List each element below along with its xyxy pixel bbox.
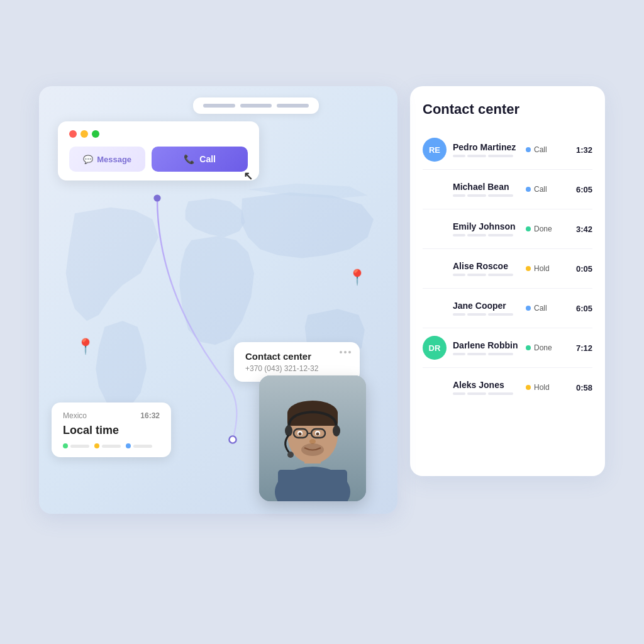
status-dot — [526, 306, 531, 311]
local-time-card: Mexico 16:32 Local time — [52, 402, 171, 457]
main-container: 💬 Message 📞 Call ↖ — [39, 86, 605, 558]
dot-menu-3 — [348, 351, 351, 353]
status-dot — [526, 345, 531, 350]
window-dots — [69, 130, 248, 138]
subline — [453, 155, 465, 157]
contact-sublines — [453, 155, 519, 157]
local-time-label: Local time — [63, 424, 160, 437]
status-label: Done — [534, 343, 552, 352]
action-buttons: 💬 Message 📞 Call ↖ — [69, 147, 248, 172]
contact-time: 6:05 — [570, 304, 592, 313]
contact-item[interactable]: Emily JohnsonDone3:42 — [423, 209, 592, 249]
contact-panel: Contact center REPedro MartinezCall1:32M… — [410, 86, 605, 476]
traffic-line-3 — [277, 104, 309, 108]
contact-sublines — [453, 194, 519, 197]
contact-info: Aleks Jones — [453, 380, 519, 395]
cursor-arrow: ↖ — [243, 169, 253, 183]
contact-time: 0:05 — [570, 264, 592, 274]
message-icon: 💬 — [83, 155, 93, 164]
contact-name: Alise Roscoe — [453, 261, 519, 271]
status-label: Done — [534, 225, 552, 233]
dot-menu-1 — [340, 351, 342, 353]
message-label: Message — [97, 155, 131, 164]
subline — [467, 392, 486, 395]
contact-item[interactable]: Jane CooperCall6:05 — [423, 289, 592, 328]
call-label: Call — [199, 154, 216, 164]
contact-status: Hold — [526, 383, 564, 392]
status-dot — [526, 266, 531, 271]
subline — [453, 194, 465, 197]
traffic-line-2 — [240, 104, 272, 108]
traffic-line-1 — [203, 104, 235, 108]
svg-point-18 — [285, 425, 292, 436]
contact-time: 1:32 — [570, 145, 592, 155]
contact-name: Emily Johnson — [453, 221, 519, 231]
contact-time: 7:12 — [570, 343, 592, 353]
subline — [488, 194, 513, 197]
subline — [467, 313, 486, 316]
svg-rect-4 — [278, 470, 347, 501]
contact-status: Call — [526, 304, 564, 313]
status-label: Call — [534, 185, 547, 194]
contact-sublines — [453, 392, 519, 395]
contact-avatar — [423, 177, 447, 201]
time-bar-yellow — [94, 443, 121, 448]
contact-name: Darlene Robbin — [453, 340, 519, 350]
person-card — [259, 375, 366, 501]
subline — [467, 274, 486, 276]
dot-menu-2 — [344, 351, 347, 353]
contact-avatar — [423, 217, 447, 241]
contact-name: Aleks Jones — [453, 380, 519, 390]
message-button[interactable]: 💬 Message — [69, 147, 145, 172]
traffic-bar — [193, 97, 319, 114]
contact-avatar — [423, 375, 447, 399]
contact-info: Jane Cooper — [453, 301, 519, 316]
contact-status: Hold — [526, 264, 564, 273]
dot-red — [69, 130, 77, 138]
status-label: Hold — [534, 264, 550, 273]
contact-status: Done — [526, 225, 564, 233]
contact-info: Pedro Martinez — [453, 142, 519, 157]
contact-item[interactable]: REPedro MartinezCall1:32 — [423, 130, 592, 170]
contact-item[interactable]: Michael BeanCall6:05 — [423, 170, 592, 209]
contact-name: Pedro Martinez — [453, 142, 519, 152]
panel-title: Contact center — [423, 101, 592, 118]
contact-info: Darlene Robbin — [453, 340, 519, 355]
contact-info: Michael Bean — [453, 182, 519, 197]
time-dot-green — [63, 443, 68, 448]
pin-right: 📍 — [348, 269, 366, 286]
contact-status: Call — [526, 185, 564, 194]
subline — [453, 274, 465, 276]
time-bar-green — [63, 443, 89, 448]
contact-info: Emily Johnson — [453, 221, 519, 236]
phone-icon: 📞 — [184, 154, 194, 164]
contact-sublines — [453, 274, 519, 276]
contact-info: Alise Roscoe — [453, 261, 519, 276]
subline — [467, 155, 486, 157]
contact-item[interactable]: Alise RoscoeHold0:05 — [423, 249, 592, 289]
svg-point-15 — [316, 433, 319, 436]
subline — [467, 353, 486, 355]
contact-card-map-phone: +370 (043) 321-12-32 — [245, 364, 348, 373]
local-time-top: Mexico 16:32 — [63, 411, 160, 420]
subline — [488, 353, 513, 355]
svg-point-19 — [333, 425, 340, 436]
status-label: Hold — [534, 383, 550, 392]
contact-item[interactable]: Aleks JonesHold0:58 — [423, 368, 592, 407]
subline — [453, 392, 465, 395]
time-bars — [63, 443, 160, 448]
contact-avatar — [423, 296, 447, 320]
map-pin-left: 📍 — [76, 338, 95, 355]
contact-item[interactable]: DRDarlene RobbinDone7:12 — [423, 328, 592, 368]
contact-time: 6:05 — [570, 185, 592, 194]
card-dots-menu[interactable] — [340, 351, 351, 353]
contact-time: 3:42 — [570, 225, 592, 234]
time-dot-yellow — [94, 443, 99, 448]
subline — [488, 234, 513, 236]
subline — [453, 313, 465, 316]
status-dot — [526, 147, 531, 152]
subline — [453, 353, 465, 355]
svg-point-17 — [301, 443, 324, 456]
subline — [467, 194, 486, 197]
call-button[interactable]: 📞 Call ↖ — [152, 147, 248, 172]
